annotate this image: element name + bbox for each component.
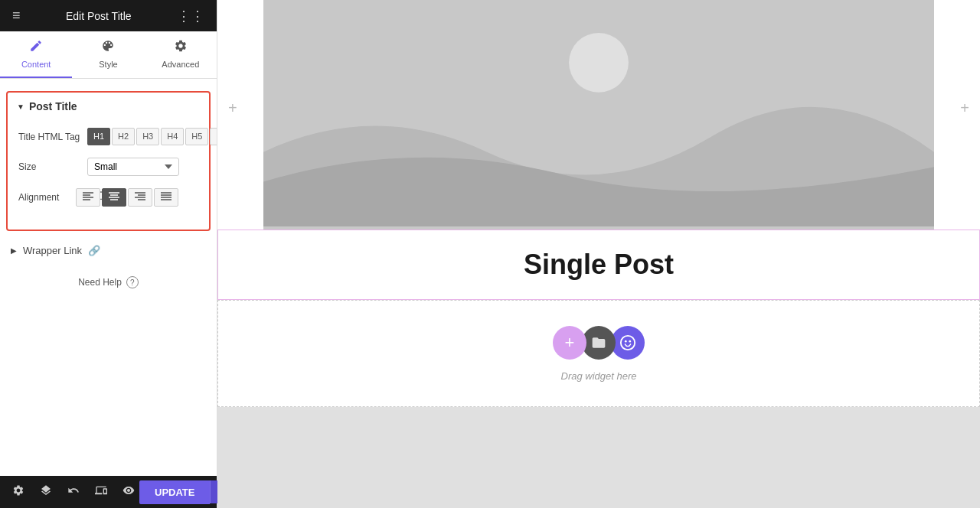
help-icon[interactable]: ?	[126, 276, 139, 288]
post-title-panel: ▼ Post Title Title HTML Tag H1 H2 H3 H4 …	[6, 91, 211, 231]
advanced-tab-icon	[174, 39, 188, 57]
content-tab-label: Content	[21, 60, 51, 69]
sidebar-header: ≡ Edit Post Title ⋮⋮	[0, 0, 217, 31]
wrapper-link-emoji: 🔗	[88, 245, 100, 256]
advanced-tab-label: Advanced	[162, 60, 199, 69]
sidebar-content: ▼ Post Title Title HTML Tag H1 H2 H3 H4 …	[0, 79, 217, 476]
wrapper-arrow-icon: ▶	[11, 246, 17, 255]
panel-arrow-icon: ▼	[17, 103, 24, 111]
canvas-scroll: + + Single Post +	[217, 0, 980, 508]
title-html-tag-row: Title HTML Tag H1 H2 H3 H4 H5 H6	[18, 128, 198, 145]
align-right-button[interactable]	[128, 188, 152, 207]
image-placeholder	[263, 0, 934, 230]
menu-icon[interactable]: ≡	[12, 8, 21, 24]
wrapper-link-row[interactable]: ▶ Wrapper Link 🔗	[0, 237, 217, 264]
main-area: + + Single Post +	[217, 0, 980, 508]
update-button[interactable]: UPDATE	[139, 480, 210, 504]
size-select[interactable]: Small Medium Large XL XXL	[87, 158, 179, 176]
post-title-section: Single Post	[217, 230, 980, 300]
svg-point-22	[625, 340, 627, 342]
alignment-label-wrap: Alignment	[18, 191, 76, 204]
panel-body: Title HTML Tag H1 H2 H3 H4 H5 H6 Size	[8, 120, 209, 230]
tag-button-group: H1 H2 H3 H4 H5 H6	[87, 128, 217, 145]
tag-h4-button[interactable]: H4	[161, 128, 184, 145]
size-label: Size	[18, 161, 87, 172]
tag-h5-button[interactable]: H5	[185, 128, 208, 145]
content-tab-icon	[29, 39, 43, 57]
tab-advanced[interactable]: Advanced	[145, 31, 217, 78]
settings-icon-button[interactable]	[8, 481, 29, 503]
alignment-row: Alignment	[18, 188, 198, 207]
widget-drop-area: + Drag widget here	[217, 300, 980, 407]
align-center-button[interactable]	[102, 188, 126, 207]
tab-style[interactable]: Style	[72, 31, 144, 78]
wrapper-link-label: Wrapper Link	[23, 245, 82, 256]
svg-point-21	[621, 335, 635, 349]
tag-h2-button[interactable]: H2	[112, 128, 135, 145]
style-tab-label: Style	[99, 60, 117, 69]
eye-icon-button[interactable]	[118, 481, 139, 503]
tag-h3-button[interactable]: H3	[136, 128, 159, 145]
sidebar: ≡ Edit Post Title ⋮⋮ Content Style	[0, 0, 217, 508]
panel-title: Post Title	[29, 100, 77, 112]
sidebar-title: Edit Post Title	[66, 10, 132, 22]
need-help-section: Need Help ?	[0, 264, 217, 301]
right-add-button[interactable]: +	[960, 99, 969, 117]
grid-icon[interactable]: ⋮⋮	[177, 8, 204, 24]
style-tab-icon	[101, 39, 115, 57]
panel-toggle[interactable]: ▼ Post Title	[8, 93, 209, 120]
title-html-tag-label: Title HTML Tag	[18, 132, 87, 142]
svg-point-20	[569, 33, 629, 93]
left-add-button[interactable]: +	[228, 99, 237, 117]
need-help-label: Need Help	[78, 277, 122, 288]
align-left-button[interactable]	[76, 188, 100, 207]
sidebar-tabs: Content Style Advanced	[0, 31, 217, 79]
tab-content[interactable]: Content	[0, 31, 72, 78]
bottom-icon-group	[8, 481, 139, 503]
drag-widget-text: Drag widget here	[561, 370, 637, 382]
size-row: Size Small Medium Large XL XXL	[18, 158, 198, 176]
bottom-toolbar: UPDATE ▲	[0, 476, 217, 508]
tag-h6-button[interactable]: H6	[210, 128, 217, 145]
align-justify-button[interactable]	[154, 188, 178, 207]
widget-action-buttons: +	[553, 326, 645, 360]
tag-h1-button[interactable]: H1	[87, 128, 110, 145]
layers-icon-button[interactable]	[35, 481, 57, 503]
widget-add-button[interactable]: +	[553, 326, 586, 360]
responsive-icon-button[interactable]	[90, 481, 112, 503]
alignment-button-group	[76, 188, 178, 207]
svg-point-23	[629, 340, 631, 342]
undo-icon-button[interactable]	[63, 481, 84, 503]
post-title-text: Single Post	[249, 249, 949, 281]
widget-folder-button[interactable]	[582, 326, 616, 360]
image-section: + +	[217, 0, 980, 230]
widget-smiley-button[interactable]	[611, 326, 645, 360]
